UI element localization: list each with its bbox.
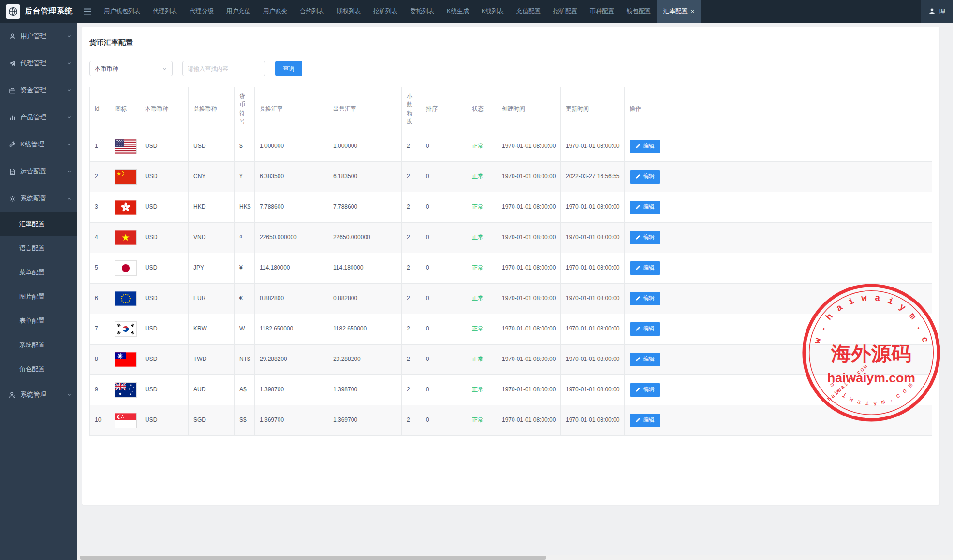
cell-created: 1970-01-01 08:00:00: [497, 283, 561, 314]
tab-label: 代理分级: [190, 7, 214, 15]
tab-label: K线生成: [447, 7, 469, 15]
tab-kline-list[interactable]: K线列表: [475, 0, 510, 23]
edit-button[interactable]: 编辑: [630, 292, 660, 305]
tab-bar: 用户钱包列表代理列表代理分级用户充值用户账变合约列表期权列表挖矿列表委托列表K线…: [98, 0, 921, 23]
edit-button[interactable]: 编辑: [630, 353, 660, 366]
tab-currency-config[interactable]: 币种配置: [584, 0, 620, 23]
tab-recharge-config[interactable]: 充值配置: [510, 0, 547, 23]
sidebar-item-label: 运营配置: [20, 167, 62, 176]
flag-au-icon: [115, 383, 136, 397]
sidebar-item-product-mgmt[interactable]: 产品管理: [0, 104, 77, 131]
tab-user-account-change[interactable]: 用户账变: [257, 0, 293, 23]
tab-wallet-list[interactable]: 用户钱包列表: [98, 0, 147, 23]
cell-quote-currency: SGD: [189, 405, 235, 435]
app-logo-icon: [6, 4, 20, 19]
cell-rate: 22650.000000: [255, 222, 328, 253]
search-button[interactable]: 查询: [275, 61, 302, 76]
cell-rate: 1.000000: [255, 131, 328, 161]
tab-rate-config[interactable]: 汇率配置×: [657, 0, 701, 23]
col-header-9: 状态: [467, 87, 497, 131]
sidebar: 用户管理代理管理资金管理产品管理K线管理运营配置系统配置汇率配置语言配置菜单配置…: [0, 23, 77, 560]
sidebar-subitem-language-config[interactable]: 语言配置: [0, 236, 77, 260]
cell-symbol: $: [235, 131, 255, 161]
sidebar-item-system-config[interactable]: 系统配置: [0, 185, 77, 212]
cell-sort: 0: [421, 131, 467, 161]
sidebar-item-agent-mgmt[interactable]: 代理管理: [0, 50, 77, 77]
sidebar-subitem-menu-config[interactable]: 菜单配置: [0, 260, 77, 285]
cell-sort: 0: [421, 314, 467, 344]
tab-kline-generate[interactable]: K线生成: [440, 0, 475, 23]
table-row: 5USDJPY¥114.180000114.18000020正常1970-01-…: [90, 253, 932, 283]
cell-base-currency: USD: [140, 283, 189, 314]
edit-button[interactable]: 编辑: [630, 231, 660, 244]
chevron-down-icon: [67, 115, 72, 120]
sidebar-item-operation-config[interactable]: 运营配置: [0, 158, 77, 185]
tab-delegate-list[interactable]: 委托列表: [404, 0, 440, 23]
edit-button[interactable]: 编辑: [630, 414, 660, 427]
cell-id: 8: [90, 344, 110, 374]
sidebar-subitem-image-config[interactable]: 图片配置: [0, 285, 77, 309]
close-tab-icon[interactable]: ×: [691, 8, 695, 14]
col-header-2: 本币币种: [140, 87, 189, 131]
table-row: 2USDCNY¥6.3835006.18350020正常1970-01-01 0…: [90, 161, 932, 192]
edit-button[interactable]: 编辑: [630, 140, 660, 153]
cell-precision: 2: [402, 192, 421, 222]
cell-sort: 0: [421, 161, 467, 192]
collapse-menu-icon[interactable]: [77, 0, 98, 23]
cell-created: 1970-01-01 08:00:00: [497, 131, 561, 161]
tab-user-recharge[interactable]: 用户充值: [220, 0, 257, 23]
sidebar-subitem-role-config[interactable]: 角色配置: [0, 357, 77, 381]
tab-wallet-config[interactable]: 钱包配置: [620, 0, 657, 23]
cell-precision: 2: [402, 131, 421, 161]
horizontal-scrollbar[interactable]: [77, 555, 953, 560]
horizontal-scrollbar-thumb[interactable]: [80, 556, 546, 560]
tab-agent-list[interactable]: 代理列表: [147, 0, 183, 23]
edit-button[interactable]: 编辑: [630, 383, 660, 397]
base-currency-select[interactable]: 本币币种: [89, 61, 173, 76]
sidebar-item-kline-mgmt[interactable]: K线管理: [0, 131, 77, 158]
tab-contract-list[interactable]: 合约列表: [293, 0, 330, 23]
tab-label: 合约列表: [300, 7, 324, 15]
tab-label: 汇率配置: [663, 7, 688, 15]
user-menu[interactable]: 理: [921, 0, 953, 23]
rate-config-panel: 货币汇率配置 本币币种 查询 id图标本币币种兑换币种货币符号兑换汇率出售汇率小…: [82, 27, 939, 505]
tab-mining-config[interactable]: 挖矿配置: [547, 0, 584, 23]
cell-symbol: ₫: [235, 222, 255, 253]
edit-button[interactable]: 编辑: [630, 261, 660, 275]
cell-symbol: €: [235, 283, 255, 314]
chevron-up-icon: [67, 196, 72, 201]
sidebar-subitem-system-config-sub[interactable]: 系统配置: [0, 333, 77, 357]
cell-symbol: HK$: [235, 192, 255, 222]
status-badge: 正常: [472, 234, 484, 241]
cell-base-currency: USD: [140, 161, 189, 192]
tab-option-list[interactable]: 期权列表: [330, 0, 367, 23]
cell-id: 7: [90, 314, 110, 344]
cell-updated: 1970-01-01 08:00:00: [561, 405, 625, 435]
edit-button[interactable]: 编辑: [630, 322, 660, 336]
table-row: 3USDHKDHK$7.7886007.78860020正常1970-01-01…: [90, 192, 932, 222]
tab-label: K线列表: [482, 7, 504, 15]
flag-kr-icon: [115, 322, 136, 336]
tab-mining-list[interactable]: 挖矿列表: [367, 0, 404, 23]
col-header-4: 货币符号: [235, 87, 255, 131]
edit-button[interactable]: 编辑: [630, 201, 660, 214]
main-content: 货币汇率配置 本币币种 查询 id图标本币币种兑换币种货币符号兑换汇率出售汇率小…: [77, 23, 953, 560]
col-header-11: 更新时间: [561, 87, 625, 131]
sidebar-subitem-rate-config[interactable]: 汇率配置: [0, 212, 77, 236]
brand: 后台管理系统: [0, 0, 77, 23]
sidebar-subitem-form-config[interactable]: 表单配置: [0, 309, 77, 333]
sidebar-item-fund-mgmt[interactable]: 资金管理: [0, 77, 77, 104]
chevron-down-icon: [67, 34, 72, 39]
cell-precision: 2: [402, 283, 421, 314]
cell-created: 1970-01-01 08:00:00: [497, 344, 561, 374]
edit-button[interactable]: 编辑: [630, 170, 660, 184]
cell-symbol: ₩: [235, 314, 255, 344]
tab-label: 期权列表: [337, 7, 361, 15]
cell-quote-currency: JPY: [189, 253, 235, 283]
sidebar-item-system-mgmt[interactable]: 系统管理: [0, 381, 77, 408]
cell-sell-rate: 22650.000000: [328, 222, 402, 253]
tab-agent-level[interactable]: 代理分级: [183, 0, 220, 23]
user-avatar-icon: [928, 8, 936, 15]
sidebar-item-user-mgmt[interactable]: 用户管理: [0, 23, 77, 50]
search-input[interactable]: [182, 61, 265, 76]
